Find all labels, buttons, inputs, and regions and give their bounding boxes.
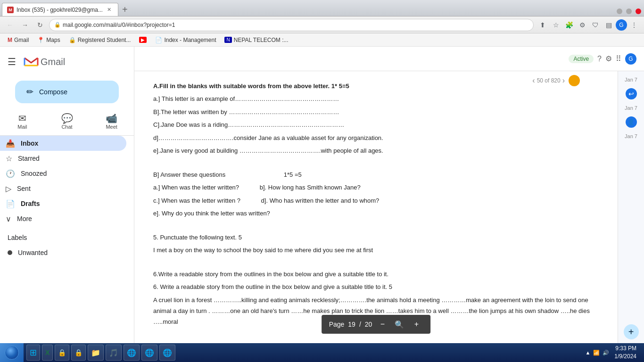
extension2-icon[interactable]: ⚙: [576, 19, 588, 31]
taskbar-app-lock2[interactable]: 🔒: [71, 345, 86, 361]
sidebar-icon[interactable]: ▤: [603, 19, 615, 31]
label-unwanted[interactable]: Unwanted: [0, 245, 134, 260]
taskbar-apps: ⊞ X 🔒 🔒 📁 🎵 🌐 🌐 🌐: [24, 343, 178, 362]
page-count: 50 of 820: [537, 77, 561, 84]
meet-icon: 📹: [106, 113, 117, 124]
taskbar-app-chrome3[interactable]: 🌐: [159, 345, 175, 361]
next-page-icon[interactable]: ›: [562, 76, 565, 85]
pagination-info: ‹ 50 of 820 ›: [532, 75, 580, 86]
add-icon[interactable]: +: [624, 324, 639, 339]
sidebar-item-drafts[interactable]: 📄 Drafts: [0, 196, 126, 211]
start-button[interactable]: [0, 343, 24, 362]
chrome1-icon: 🌐: [127, 348, 136, 357]
window-controls: [616, 8, 642, 16]
close-button[interactable]: [636, 8, 641, 14]
star-icon[interactable]: ☆: [550, 19, 562, 31]
email-body-content: A.Fill in the blanks with suitable words…: [153, 81, 599, 343]
reply-icon[interactable]: ↩: [626, 88, 637, 99]
sent-label: Sent: [17, 185, 121, 192]
chrome3-icon: 🌐: [163, 348, 172, 357]
tab-close-button[interactable]: ✕: [106, 6, 113, 14]
chat-icon: 💬: [61, 113, 73, 124]
email-document-viewer: ‹ 50 of 820 › A.Fill in the blanks with …: [134, 71, 618, 343]
sidebar-item-snoozed[interactable]: 🕐 Snoozed: [0, 166, 126, 181]
settings-icon[interactable]: ⚙: [605, 54, 612, 63]
signal2-icon: 📶: [593, 350, 600, 356]
meet-label: Meet: [106, 124, 117, 130]
extension-icon[interactable]: 🧩: [563, 19, 575, 31]
chrome-window: M Inbox (535) - gpokhrel029@gma... ✕ + ←…: [0, 0, 644, 343]
sidebar-item-more[interactable]: ∨ More: [0, 211, 126, 226]
toolbar-icons: ⬆ ☆ 🧩 ⚙ 🛡 ▤ G ⋮: [537, 19, 640, 31]
url-text: mail.google.com/mail/u/0/#inbox?projecto…: [63, 22, 528, 28]
page-minus-button[interactable]: −: [376, 318, 389, 331]
page-plus-button[interactable]: +: [410, 318, 423, 331]
snoozed-label: Snoozed: [21, 170, 121, 177]
prev-page-icon[interactable]: ‹: [532, 76, 535, 85]
menu-icon[interactable]: ⋮: [628, 19, 640, 31]
page-zoom-button[interactable]: 🔍: [393, 318, 406, 331]
question-b1: a.] When was the letter written? b]. How…: [153, 182, 599, 193]
bookmark-registered[interactable]: 🔒 Registered Student...: [65, 35, 135, 45]
taskbar-app-lock1[interactable]: 🔒: [55, 345, 69, 361]
bookmark-maps[interactable]: 📍 Maps: [33, 35, 64, 45]
mail-label: Mail: [17, 124, 27, 130]
sound-icon: 🔊: [603, 350, 609, 356]
sidebar-nav: 📥 Inbox ☆ Starred 🕐 Snoozed ▷ Sent 📄: [0, 136, 134, 226]
chat-nav[interactable]: 💬 Chat: [45, 111, 90, 132]
question-a5: e].Jane is very good at building ……………………: [153, 145, 599, 156]
gmail-logo: Gmail: [24, 54, 65, 69]
gmail-sidebar: ☰ Gmail: [0, 47, 134, 343]
compose-pencil-icon: ✏: [26, 87, 33, 97]
bookmark-index[interactable]: 📄 Index - Management: [151, 35, 220, 45]
hamburger-icon[interactable]: ☰: [8, 56, 16, 67]
question-b3: e]. Why do you think the letter was writ…: [153, 208, 599, 219]
inbox-icon: 📥: [6, 139, 15, 148]
taskbar-app-excel[interactable]: X: [42, 345, 53, 361]
meet-nav[interactable]: 📹 Meet: [89, 111, 134, 132]
gmail-m-logo: [24, 54, 39, 69]
bookmark-youtube[interactable]: ▶: [135, 35, 150, 45]
minimize-button[interactable]: [617, 8, 622, 14]
mail-nav[interactable]: ✉ Mail: [0, 111, 45, 132]
extension3-icon[interactable]: 🛡: [589, 19, 602, 31]
back-button[interactable]: ←: [4, 19, 16, 31]
label-dot-icon: [8, 250, 12, 255]
taskbar-app-chrome1[interactable]: 🌐: [124, 345, 140, 361]
share-icon[interactable]: ⬆: [537, 19, 549, 31]
reload-button[interactable]: ↻: [34, 19, 46, 31]
taskbar-app-chrome2[interactable]: 🌐: [141, 345, 157, 361]
notification-dot: [569, 75, 580, 86]
taskbar-app-folder[interactable]: 📁: [88, 345, 104, 361]
compose-button[interactable]: ✏ Compose: [15, 81, 119, 103]
active-tab[interactable]: M Inbox (535) - gpokhrel029@gma... ✕: [2, 3, 118, 16]
signal-icon: ▲: [585, 350, 590, 355]
apps-icon[interactable]: ⠿: [616, 54, 621, 63]
date-jan7-3: Jan 7: [625, 133, 637, 139]
sidebar-item-inbox[interactable]: 📥 Inbox: [0, 136, 126, 151]
taskbar-clock: 9:33 PM 1/9/2024: [611, 345, 640, 361]
help-icon[interactable]: ?: [597, 55, 602, 63]
sent-icon: ▷: [6, 184, 11, 193]
snoozed-icon: 🕐: [6, 169, 15, 178]
profile-avatar[interactable]: G: [616, 19, 627, 31]
forward-button[interactable]: →: [19, 19, 31, 31]
folder-icon: 📁: [91, 348, 100, 357]
sidebar-item-sent[interactable]: ▷ Sent: [0, 181, 126, 196]
sidebar-item-starred[interactable]: ☆ Starred: [0, 151, 126, 166]
add-button-strip: +: [624, 324, 639, 339]
address-bar[interactable]: 🔒 mail.google.com/mail/u/0/#inbox?projec…: [49, 19, 534, 31]
taskbar-app-windows[interactable]: ⊞: [26, 345, 40, 361]
bookmark-gmail[interactable]: M Gmail: [4, 35, 33, 45]
new-tab-button[interactable]: +: [118, 3, 132, 16]
bookmark-telecom[interactable]: N NEPAL TELECOM :...: [221, 35, 292, 45]
user-avatar[interactable]: G: [625, 53, 636, 65]
active-status-badge[interactable]: Active: [569, 55, 594, 63]
taskbar-app-music[interactable]: 🎵: [106, 345, 122, 361]
security1-icon: 🔒: [58, 349, 66, 356]
person-icon[interactable]: 👤: [626, 116, 637, 128]
main-nav: ✉ Mail 💬 Chat 📹 Meet: [0, 111, 134, 136]
maximize-button[interactable]: [626, 8, 632, 14]
taskbar-sys-icons: ▲ 📶 🔊: [584, 350, 611, 356]
chrome-titlebar: M Inbox (535) - gpokhrel029@gma... ✕ +: [0, 0, 644, 16]
